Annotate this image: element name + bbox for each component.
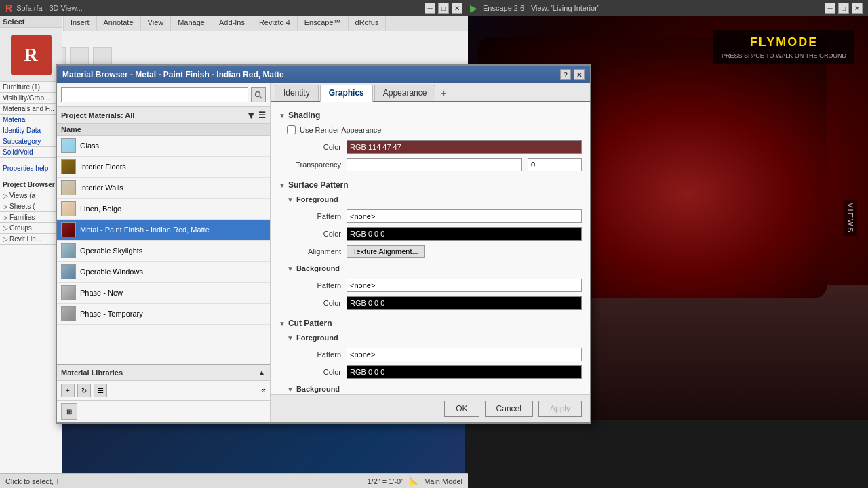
filter-icon[interactable]: ▼ [246,110,256,121]
surface-fg-pattern-value: <none> [350,212,375,220]
transparency-input[interactable] [528,158,582,171]
ribbon-btn-3[interactable] [93,47,112,66]
tab-drofus[interactable]: dRofus [349,16,387,30]
material-interior-floors[interactable]: Interior Floors [57,157,270,178]
revit-links-item[interactable]: ▷Revit Lin... [0,234,62,245]
search-input[interactable] [61,87,248,102]
transparency-bar[interactable] [347,158,522,171]
select-tool[interactable]: Select [0,16,62,28]
surface-bg-arrow: ▼ [287,265,294,272]
metal-thumb [61,222,76,237]
cut-bg-header[interactable]: ▼ Background [279,382,582,394]
surface-fg-color-row: Color RGB 0 0 0 [279,226,582,241]
identity-data-link[interactable]: Identity Data [0,125,62,136]
cancel-button[interactable]: Cancel [485,401,533,417]
tab-annotate[interactable]: Annotate [97,16,141,30]
collapse-icon[interactable]: ▲ [258,368,266,378]
texture-alignment-btn[interactable]: Texture Alignment... [347,245,425,258]
material-phase-temporary[interactable]: Phase - Temporary [57,304,270,325]
main-maximize[interactable]: □ [438,3,449,14]
enscape-close[interactable]: ✕ [852,3,863,14]
shading-section-header[interactable]: ▼ Shading [279,108,582,123]
surface-fg-pattern-dropdown[interactable]: <none> [347,209,582,223]
color-label: Color [279,143,347,151]
surface-fg-header[interactable]: ▼ Foreground [279,192,582,206]
surface-arrow: ▼ [279,182,285,189]
views-label: VIEWS [843,200,856,236]
groups-item[interactable]: ▷Groups [0,223,62,234]
tab-manage[interactable]: Manage [171,16,212,30]
surface-bg-header[interactable]: ▼ Background [279,262,582,275]
cut-fg-color-row: Color RGB 0 0 0 [279,365,582,380]
material-link[interactable]: Material [0,115,62,125]
main-minimize[interactable]: ─ [425,3,435,14]
tab-revizto[interactable]: Revizto 4 [252,16,298,30]
tab-addins[interactable]: Add-Ins [212,16,252,30]
surface-bg-pattern-dropdown[interactable]: <none> [347,279,582,292]
sheets-item[interactable]: ▷Sheets ( [0,201,62,212]
enscape-maximize[interactable]: □ [838,3,849,14]
main-close[interactable]: ✕ [452,3,462,14]
subcategory-link[interactable]: Subcategory [0,136,62,147]
dialog-footer: OK Cancel Apply [271,394,590,422]
material-phase-new[interactable]: Phase - New [57,283,270,304]
cut-fg-pattern-dropdown[interactable]: <none> [347,348,582,361]
material-interior-walls[interactable]: Interior Walls [57,178,270,199]
dialog-help[interactable]: ? [560,69,571,80]
surface-fg-color-swatch[interactable]: RGB 0 0 0 [347,227,582,241]
tab-add[interactable]: + [437,85,450,101]
svg-line-1 [260,96,262,98]
search-button[interactable] [251,87,266,102]
apply-button[interactable]: Apply [538,401,582,417]
surface-bg-pattern-container: <none> [347,279,582,292]
material-browser-dialog: Material Browser - Metal - Paint Finish … [56,64,591,424]
surface-bg-color-swatch[interactable]: RGB 0 0 0 [347,296,582,310]
solid-void-link[interactable]: Solid/Void [0,147,62,158]
material-metal-paint[interactable]: Metal - Paint Finish - Indian Red, Matte [57,220,270,241]
collapse-btn[interactable]: « [261,386,266,395]
tab-graphics[interactable]: Graphics [320,85,373,102]
families-item[interactable]: ▷Families [0,212,62,223]
material-glass[interactable]: Glass [57,136,270,157]
list-view-icon[interactable]: ☰ [258,110,266,120]
material-linen-beige[interactable]: Linen, Beige [57,199,270,220]
manage-libs-btn[interactable]: ⊞ [61,403,77,420]
add-material-btn[interactable]: + [61,384,75,397]
name-column: Name [61,125,81,134]
status-bar: Click to select, T 1/2" = 1'-0" 📐 Main M… [0,473,468,488]
cut-pattern-header[interactable]: ▼ Cut Pattern [279,316,582,331]
material-skylights[interactable]: Operable Skylights [57,241,270,262]
refresh-btn[interactable]: ↻ [77,384,91,397]
status-text: Click to select, T [5,477,60,485]
render-appearance-checkbox[interactable] [287,125,296,134]
svg-point-0 [256,92,260,97]
properties-help[interactable]: Properties help [0,163,62,174]
enscape-minimize[interactable]: ─ [825,3,835,14]
surface-bg-color-value: RGB 0 0 0 [350,299,384,307]
tab-insert[interactable]: Insert [64,16,97,30]
revit-titlebar: R Sofa.rfa - 3D View... ─ □ ✕ [0,0,468,16]
surface-pattern-header[interactable]: ▼ Surface Pattern [279,178,582,192]
material-windows[interactable]: Operable Windows [57,262,270,283]
color-swatch[interactable]: RGB 114 47 47 [347,140,582,154]
cut-fg-header[interactable]: ▼ Foreground [279,331,582,344]
surface-bg-color-row: Color RGB 0 0 0 [279,296,582,310]
tab-view[interactable]: View [141,16,172,30]
tab-identity[interactable]: Identity [275,85,319,101]
metal-name: Metal - Paint Finish - Indian Red, Matte [80,226,210,234]
list-view-btn[interactable]: ☰ [94,384,107,397]
cut-fg-color-container: RGB 0 0 0 [347,365,582,379]
views-item[interactable]: ▷Views (a [0,190,62,201]
project-materials-header: Project Materials: All ▼ ☰ [57,107,270,124]
ok-button[interactable]: OK [444,401,479,417]
surface-fg-pattern-value-container: <none> [347,209,582,223]
phase-temp-name: Phase - Temporary [80,310,143,318]
surface-fg-color-value: RGB 0 0 0 [350,230,384,238]
cut-fg-pattern-container: <none> [347,348,582,361]
material-libraries-header[interactable]: Material Libraries ▲ [57,364,270,380]
cut-fg-color-swatch[interactable]: RGB 0 0 0 [347,365,582,379]
ribbon-btn-2[interactable] [70,47,89,66]
tab-enscape[interactable]: Enscape™ [298,16,349,30]
tab-appearance[interactable]: Appearance [374,85,436,101]
dialog-close[interactable]: ✕ [574,69,585,80]
